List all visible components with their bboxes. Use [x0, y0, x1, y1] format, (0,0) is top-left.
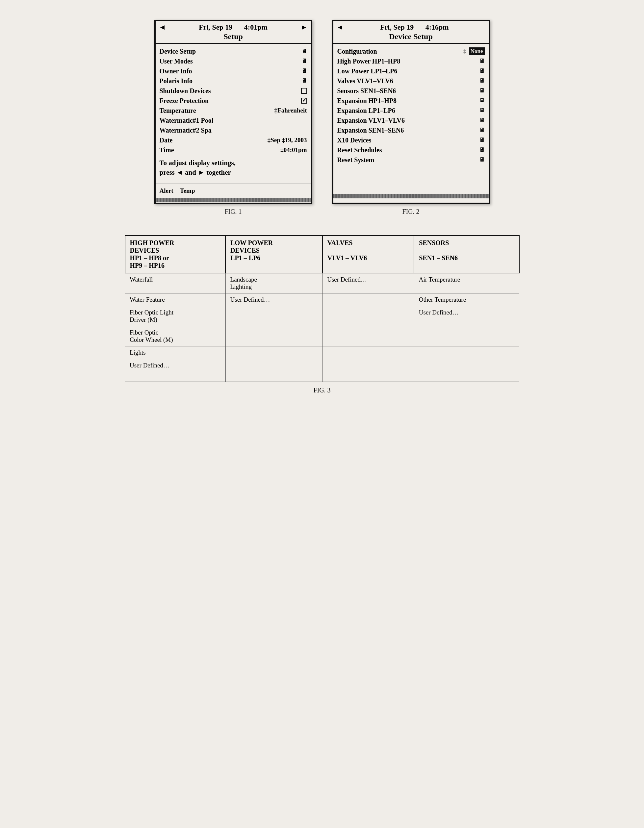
menu-label-date: Date — [160, 136, 173, 144]
expansion-vlv-icon: 🖥 — [479, 117, 485, 124]
config-arrow-icon: ‡ — [463, 48, 466, 55]
fig2-body: Configuration ‡ None High Power HP1–HP8 … — [333, 44, 488, 168]
fig1-left-arrow[interactable]: ◄ — [159, 23, 166, 31]
config-item-expansion-lp[interactable]: Expansion LP1–LP6 🖥 — [337, 106, 485, 116]
menu-item-time[interactable]: Time ‡04:01pm — [160, 145, 307, 155]
date-value: ‡Sep ‡19, 2003 — [267, 136, 307, 144]
col-high-power-header: HIGH POWERDEVICESHP1 – HP8 orHP9 – HP16 — [125, 235, 226, 273]
time-value: ‡04:01pm — [280, 146, 307, 154]
table-header-row: HIGH POWERDEVICESHP1 – HP8 orHP9 – HP16 … — [125, 235, 519, 273]
cell-air-temperature: Air Temperature — [414, 273, 519, 293]
config-label-high-power: High Power HP1–HP8 — [337, 57, 401, 66]
menu-label-freeze-protection: Freeze Protection — [160, 96, 209, 105]
config-item-configuration[interactable]: Configuration ‡ None — [337, 46, 485, 56]
config-label-expansion-hp: Expansion HP1–HP8 — [337, 96, 397, 105]
config-label-valves: Valves VLV1–VLV6 — [337, 77, 393, 85]
fig1-label: FIG. 1 — [225, 208, 242, 215]
fig2-bottom-bar — [333, 194, 488, 198]
config-item-reset-schedules[interactable]: Reset Schedules 🖥 — [337, 145, 485, 155]
fig2-title: Device Setup — [337, 31, 485, 42]
fig1-date: Fri, Sep 19 — [199, 23, 232, 31]
cell-empty-vlv7 — [322, 372, 414, 382]
low-power-icon: 🖥 — [479, 67, 485, 75]
user-modes-icon: 🖥 — [302, 58, 307, 65]
config-item-expansion-vlv[interactable]: Expansion VLV1–VLV6 🖥 — [337, 116, 485, 125]
fig2-header-top: ◄ Fri, Sep 19 4:16pm — [337, 23, 485, 31]
hint-text: To adjust display settings,press ◄ and ►… — [160, 158, 307, 178]
temp-label: Temp — [180, 187, 195, 194]
cell-empty-vlv4 — [322, 326, 414, 347]
menu-item-shutdown-devices[interactable]: Shutdown Devices — [160, 86, 307, 96]
cell-empty-vlv2 — [322, 293, 414, 306]
config-item-valves[interactable]: Valves VLV1–VLV6 🖥 — [337, 76, 485, 86]
config-item-x10[interactable]: X10 Devices 🖥 — [337, 135, 485, 145]
devices-table: HIGH POWERDEVICESHP1 – HP8 orHP9 – HP16 … — [125, 235, 520, 382]
fig1-right-arrow[interactable]: ► — [300, 23, 308, 31]
menu-item-temperature[interactable]: Temperature ‡Fahrenheit — [160, 106, 307, 116]
fig2-time: 4:16pm — [426, 23, 449, 31]
config-item-sensors[interactable]: Sensors SEN1–SEN6 🖥 — [337, 86, 485, 96]
config-item-expansion-hp[interactable]: Expansion HP1–HP8 🖥 — [337, 96, 485, 106]
valves-icon: 🖥 — [479, 77, 485, 85]
menu-item-watermatic1[interactable]: Watermatic#1 Pool — [160, 116, 307, 125]
cell-empty-vlv5 — [322, 347, 414, 359]
menu-label-time: Time — [160, 146, 174, 154]
config-item-high-power[interactable]: High Power HP1–HP8 🖥 — [337, 56, 485, 66]
reset-system-icon: 🖥 — [479, 156, 485, 163]
table-row: Fiber OpticColor Wheel (M) — [125, 326, 519, 347]
fig1-bottom-bar — [156, 198, 311, 202]
menu-item-user-modes[interactable]: User Modes 🖥 — [160, 56, 307, 66]
shutdown-checkbox[interactable] — [301, 88, 307, 94]
cell-fiber-optic-light: Fiber Optic LightDriver (M) — [125, 306, 226, 326]
cell-empty-lp6 — [225, 359, 322, 372]
expansion-hp-icon: 🖥 — [479, 97, 485, 104]
menu-item-polaris-info[interactable]: Polaris Info 🖥 — [160, 76, 307, 86]
config-item-expansion-sen[interactable]: Expansion SEN1–SEN6 🖥 — [337, 125, 485, 135]
cell-empty-vlv6 — [322, 359, 414, 372]
menu-label-watermatic2: Watermatic#2 Spa — [160, 126, 212, 135]
footer-row: Alert Temp — [160, 186, 307, 196]
fig3-label: FIG. 3 — [125, 387, 520, 394]
cell-empty-lp3 — [225, 306, 322, 326]
col-sensors-header: SENSORSSEN1 – SEN6 — [414, 235, 519, 273]
fig2-header: ◄ Fri, Sep 19 4:16pm Device Setup — [333, 21, 488, 44]
table-section: HIGH POWERDEVICESHP1 – HP8 orHP9 – HP16 … — [125, 235, 520, 394]
freeze-checkbox[interactable] — [301, 98, 307, 104]
fig2-left-arrow[interactable]: ◄ — [337, 23, 344, 31]
fig1-header-top: ◄ Fri, Sep 19 4:01pm ► — [159, 23, 308, 31]
col-low-power-header: LOW POWERDEVICESLP1 – LP6 — [225, 235, 322, 273]
owner-info-icon: 🖥 — [302, 67, 307, 75]
table-row: Fiber Optic LightDriver (M) User Defined… — [125, 306, 519, 326]
menu-item-date[interactable]: Date ‡Sep ‡19, 2003 — [160, 135, 307, 145]
config-label-reset-schedules: Reset Schedules — [337, 146, 382, 154]
menu-item-owner-info[interactable]: Owner Info 🖥 — [160, 66, 307, 76]
fig1-title: Setup — [159, 31, 308, 42]
cell-other-temperature: Other Temperature — [414, 293, 519, 306]
config-item-reset-system[interactable]: Reset System 🖥 — [337, 155, 485, 165]
table-row: Water Feature User Defined… Other Temper… — [125, 293, 519, 306]
menu-item-freeze-protection[interactable]: Freeze Protection — [160, 96, 307, 106]
cell-empty-sen5 — [414, 347, 519, 359]
menu-item-device-setup[interactable]: Device Setup 🖥 — [160, 46, 307, 56]
table-row: User Defined… — [125, 359, 519, 372]
fig1-header: ◄ Fri, Sep 19 4:01pm ► Setup — [156, 21, 311, 44]
page-container: ◄ Fri, Sep 19 4:01pm ► Setup Device Setu… — [0, 0, 644, 828]
menu-label-polaris-info: Polaris Info — [160, 77, 193, 85]
menu-item-watermatic2[interactable]: Watermatic#2 Spa — [160, 125, 307, 135]
fig1-body: Device Setup 🖥 User Modes 🖥 Owner Info 🖥… — [156, 44, 311, 183]
fig2-date: Fri, Sep 19 — [380, 23, 414, 31]
fig1-wrapper: ◄ Fri, Sep 19 4:01pm ► Setup Device Setu… — [154, 20, 312, 215]
cell-lights: Lights — [125, 347, 226, 359]
cell-landscape-lighting: LandscapeLighting — [225, 273, 322, 293]
cell-user-defined-vlv1: User Defined… — [322, 273, 414, 293]
config-item-low-power[interactable]: Low Power LP1–LP6 🖥 — [337, 66, 485, 76]
cell-user-defined-sen3: User Defined… — [414, 306, 519, 326]
cell-water-feature: Water Feature — [125, 293, 226, 306]
device-setup-icon: 🖥 — [302, 48, 307, 55]
cell-empty-hp7 — [125, 372, 226, 382]
cell-empty-sen7 — [414, 372, 519, 382]
menu-label-device-setup: Device Setup — [160, 47, 196, 56]
table-row: Waterfall LandscapeLighting User Defined… — [125, 273, 519, 293]
fig1-time: 4:01pm — [244, 23, 267, 31]
cell-empty-lp4 — [225, 326, 322, 347]
